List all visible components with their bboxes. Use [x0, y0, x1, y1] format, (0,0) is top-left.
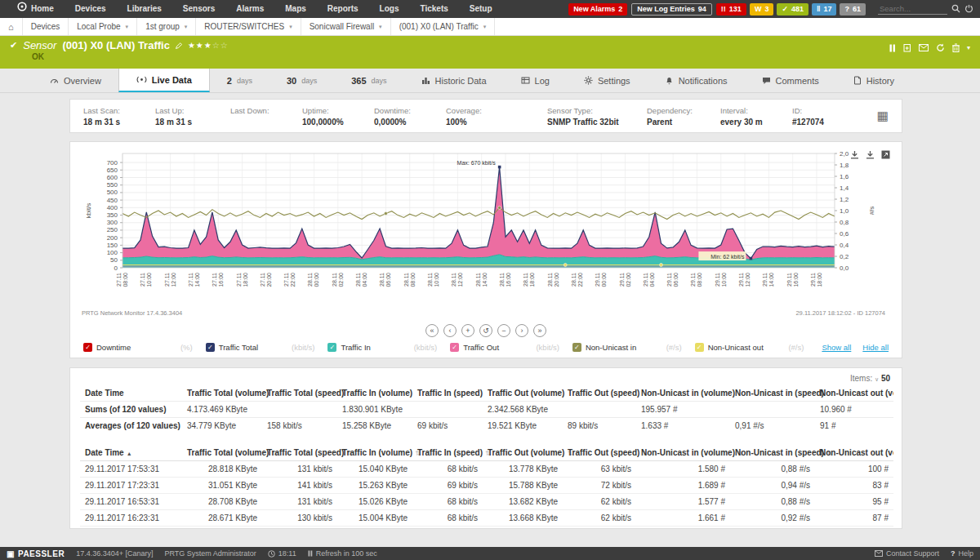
table-row: 29.11.2017 16:53:3128.708 KByte131 kbit/…	[80, 494, 893, 510]
legend-item-label[interactable]: Traffic Out	[463, 343, 499, 352]
nav-item-sensors[interactable]: Sensors	[172, 0, 225, 18]
search-input[interactable]	[878, 3, 947, 15]
nav-item-devices[interactable]: Devices	[65, 0, 117, 18]
tab-notifications[interactable]: Notifications	[648, 69, 745, 92]
legend-checkbox-traffic-in[interactable]: ✓	[327, 343, 336, 352]
paused-badge[interactable]: ‖17	[812, 3, 837, 16]
svg-text:Min: 62 kbit/s: Min: 62 kbit/s	[710, 254, 745, 260]
breadcrumb-item-router-switches[interactable]: ROUTER/SWITCHES▾	[196, 18, 301, 35]
scroll-far-left-button[interactable]: «	[425, 324, 439, 337]
ok-badge[interactable]: ✓481	[777, 3, 808, 16]
breadcrumb-item-devices[interactable]: Devices	[23, 18, 69, 35]
priority-stars[interactable]: ★★★☆☆	[188, 41, 229, 50]
qr-code-icon[interactable]: ▦	[877, 109, 889, 123]
breadcrumb-item-local-probe[interactable]: Local Probe▾	[69, 18, 137, 35]
legend-item-label[interactable]: Traffic Total	[219, 343, 258, 352]
svg-text:28.11: 28.11	[475, 273, 481, 287]
tab-historic-data[interactable]: Historic Data	[404, 69, 504, 92]
tab-history[interactable]: History	[836, 69, 911, 92]
footer-refresh[interactable]: Refresh in 100 sec	[308, 549, 377, 558]
scroll-right-button[interactable]: ›	[515, 324, 528, 337]
column-header-traffic-total-speed[interactable]: Traffic Total (speed)⇅	[262, 445, 337, 461]
legend-item-label[interactable]: Non-Unicast out	[708, 343, 764, 352]
help-link[interactable]: ?Help	[951, 549, 973, 558]
nav-item-setup[interactable]: Setup	[459, 0, 503, 18]
column-header-traffic-in-speed[interactable]: Traffic In (speed)⇅	[412, 445, 483, 461]
column-header-non-unicast-in-volume[interactable]: Non-Unicast in (volume)⇅	[636, 445, 730, 461]
legend-checkbox-traffic-total[interactable]: ✓	[206, 343, 215, 352]
nav-item-reports[interactable]: Reports	[317, 0, 369, 18]
legend-item-unit: (#/s)	[788, 343, 804, 352]
legend-checkbox-traffic-out[interactable]: ✓	[450, 343, 459, 352]
delete-sensor-icon[interactable]	[952, 43, 960, 52]
download-csv-icon[interactable]	[866, 148, 875, 162]
nav-item-home[interactable]: Home	[7, 0, 65, 18]
tab-comments[interactable]: Comments	[745, 69, 836, 92]
legend-item-label[interactable]: Non-Unicast in	[586, 343, 636, 352]
pause-sensor-icon[interactable]	[889, 44, 896, 52]
legend-item-traffic-total: ✓Traffic Total(kbit/s)	[206, 343, 328, 352]
download-png-icon[interactable]	[850, 148, 859, 162]
legend-item-label[interactable]: Traffic In	[341, 343, 370, 352]
scroll-left-button[interactable]: ‹	[443, 324, 457, 337]
breadcrumb-home[interactable]: ⌂	[0, 18, 23, 35]
status-field-value: every 30 m	[720, 118, 792, 127]
edit-icon[interactable]	[176, 39, 182, 51]
breadcrumb-item-1st-group[interactable]: 1st group▾	[137, 18, 196, 35]
tab-settings[interactable]: Settings	[567, 69, 648, 92]
error-badge[interactable]: !!131	[716, 3, 746, 16]
column-header-traffic-total-volume[interactable]: Traffic Total (volume)⇅	[182, 445, 262, 461]
clone-sensor-icon[interactable]	[903, 43, 911, 52]
reset-zoom-button[interactable]: ↺	[479, 324, 492, 337]
expand-chart-icon[interactable]	[881, 148, 890, 162]
summary-cell: Sums (of 120 values)	[80, 402, 182, 418]
svg-text:28.11: 28.11	[332, 273, 337, 287]
column-header-date-time[interactable]: Date Time▲	[80, 445, 182, 461]
tab-number: 365	[351, 76, 366, 86]
logout-icon[interactable]	[964, 4, 973, 15]
breadcrumb-item-001-x0-lan-traffic[interactable]: (001) X0 (LAN) Traffic▾	[391, 18, 496, 35]
nav-item-tickets[interactable]: Tickets	[409, 0, 458, 18]
status-field-interval: Interval:every 30 m	[720, 106, 792, 127]
new-log-entries-button[interactable]: New Log Entries 94	[631, 3, 712, 16]
tab-log[interactable]: Log	[504, 69, 567, 92]
tab-365-days[interactable]: 365days	[334, 69, 403, 92]
hide-all-link[interactable]: Hide all	[862, 343, 889, 352]
paessler-logo[interactable]: ▣PAESSLER	[7, 549, 65, 558]
column-header-non-unicast-in-speed[interactable]: Non-Unicast in (speed)⇅	[730, 445, 815, 461]
zoom-out-button[interactable]: −	[497, 324, 510, 337]
table-cell: 69 kbit/s	[412, 478, 483, 494]
show-all-link[interactable]: Show all	[822, 343, 851, 352]
search-icon[interactable]	[951, 4, 960, 15]
refresh-sensor-icon[interactable]	[936, 43, 945, 52]
notify-email-icon[interactable]	[919, 44, 929, 51]
nav-item-logs[interactable]: Logs	[369, 0, 410, 18]
breadcrumb-item-sonicwall-firewall[interactable]: Sonicwall Firewall▾	[301, 18, 391, 35]
legend-item-label[interactable]: Downtime	[96, 343, 131, 352]
contact-support-link[interactable]: Contact Support	[875, 549, 939, 558]
legend-checkbox-non-unicast-in[interactable]: ✓	[572, 343, 581, 352]
new-alarms-button[interactable]: New Alarms 2	[568, 3, 627, 16]
nav-item-alarms[interactable]: Alarms	[225, 0, 274, 18]
tab-2-days[interactable]: 2days	[210, 69, 270, 92]
nav-item-maps[interactable]: Maps	[274, 0, 317, 18]
scroll-far-right-button[interactable]: »	[533, 324, 546, 337]
column-header-traffic-in-volume[interactable]: Traffic In (volume)⇅	[337, 445, 412, 461]
column-header-non-unicast-out-volume[interactable]: Non-Unicast out (volume)⇅	[815, 445, 893, 461]
items-per-page[interactable]: Items: ∨ 50	[80, 370, 892, 385]
sort-ascending-icon[interactable]: ▲	[127, 451, 132, 456]
nav-item-libraries[interactable]: Libraries	[117, 0, 172, 18]
legend-checkbox-downtime[interactable]: ✓	[83, 343, 92, 352]
warning-badge[interactable]: W3	[750, 3, 774, 16]
zoom-in-button[interactable]: +	[461, 324, 474, 337]
tab-live-data[interactable]: Live Data	[118, 69, 210, 92]
more-actions-caret-icon[interactable]: ▾	[967, 44, 970, 51]
legend-checkbox-non-unicast-out[interactable]: ✓	[695, 343, 704, 352]
tab-30-days[interactable]: 30days	[270, 69, 334, 92]
column-header-traffic-out-speed[interactable]: Traffic Out (speed)⇅	[563, 445, 636, 461]
column-header-traffic-out-volume[interactable]: Traffic Out (volume)⇅	[483, 445, 563, 461]
unknown-badge[interactable]: ?61	[840, 3, 866, 16]
footer-user[interactable]: PRTG System Administrator	[164, 549, 256, 558]
object-kind-label: Sensor	[23, 39, 56, 51]
tab-overview[interactable]: Overview	[33, 69, 118, 92]
